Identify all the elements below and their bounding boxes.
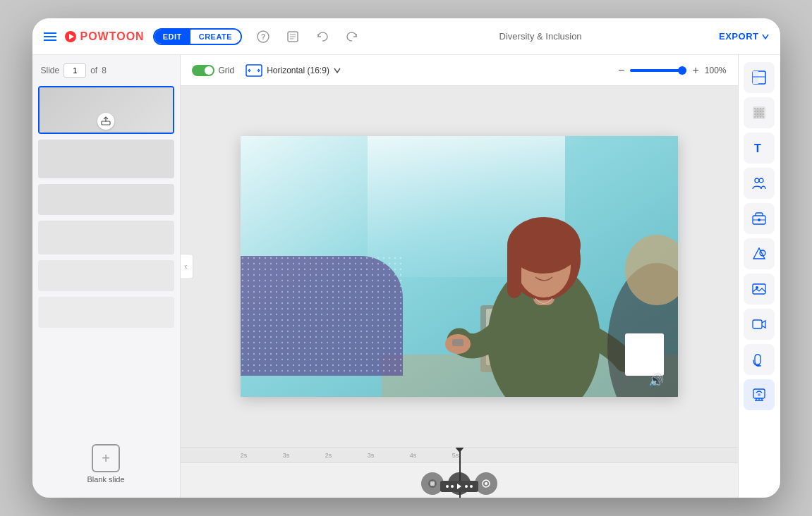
text-icon: T [751,140,767,156]
undo-button[interactable] [313,27,332,47]
text-tool-button[interactable]: T [744,133,775,164]
mode-switcher: EDIT CREATE [153,28,242,45]
zoom-slider[interactable] [630,69,686,72]
timeline-marker-3s2: 3s [350,452,392,459]
aspect-ratio-button[interactable]: Horizontal (16:9) [246,64,341,77]
grid-toggle: Grid [192,65,235,76]
svg-rect-24 [507,242,521,298]
notes-button[interactable] [283,27,303,47]
svg-point-54 [756,286,758,289]
logo-text: POWTOON [80,30,145,43]
canvas[interactable]: 🔊 [241,136,678,397]
audio-tool-button[interactable] [744,344,775,375]
shapes-tool-button[interactable] [744,238,775,269]
characters-icon [751,176,767,191]
chevron-down-icon [762,34,769,39]
header-left: POWTOON [44,30,145,44]
background-tool-button[interactable] [744,97,775,128]
slide-thumb-1[interactable] [38,86,174,134]
svg-point-50 [758,219,761,221]
svg-point-37 [485,482,487,485]
svg-rect-28 [452,339,463,346]
timeline-marker-2s2: 2s [308,452,350,459]
undo-icon [316,30,329,43]
zoom-in-button[interactable]: + [692,64,698,77]
main-content: Slide of 8 [32,55,780,498]
redo-icon [346,30,358,43]
props-icon [751,211,767,226]
blank-slide-button[interactable]: + Blank slide [38,438,174,489]
svg-point-59 [758,393,761,396]
grid-toggle-switch[interactable] [192,65,214,76]
slide-thumb-3[interactable] [38,184,174,215]
svg-rect-32 [430,481,435,486]
right-tools-panel: T [738,55,780,498]
upload-icon [97,113,114,130]
svg-point-46 [755,178,759,183]
edit-mode-button[interactable]: EDIT [154,30,190,44]
aspect-ratio-icon [246,64,262,77]
svg-text:?: ? [261,32,266,41]
center-area: Grid Horizontal (16:9) [181,55,738,498]
layout-icon [751,70,767,85]
props-tool-button[interactable] [744,203,775,234]
video-icon [751,317,767,332]
title-area: Diversity & Inclusion [370,31,710,42]
svg-point-47 [759,178,763,183]
timeline-area: 2s 3s 2s 3s 4s 5s [181,447,738,498]
timeline-marker-5s: 5s [435,452,477,459]
timeline-marker-3s: 3s [265,452,308,459]
zoom-level: 100% [705,66,727,75]
media-tool-button[interactable] [744,274,775,305]
menu-icon[interactable] [44,32,56,41]
app-window: POWTOON EDIT CREATE ? [32,18,780,498]
timeline-controls [440,481,478,492]
background-icon [751,105,767,121]
svg-rect-53 [753,284,765,294]
slide-thumb-4[interactable] [38,221,174,254]
notes-icon [286,30,299,43]
slide-thumb-2[interactable] [38,140,174,178]
layout-tool-button[interactable] [744,62,775,93]
timeline-marker-4s: 4s [392,452,435,459]
slide-number-input[interactable] [63,63,86,78]
redo-button[interactable] [342,27,362,47]
grid-label: Grid [219,66,235,75]
presentation-title: Diversity & Inclusion [499,31,582,42]
collapse-panel-button[interactable]: ‹ [181,254,193,279]
play-triangle-icon [457,484,461,489]
slide-panel: Slide of 8 [32,55,181,498]
svg-rect-44 [755,109,763,117]
effects-icon [751,387,767,403]
header-actions: ? [253,27,362,47]
blank-slide-label: Blank slide [87,475,124,484]
powtoon-logo-icon [63,30,78,44]
zoom-out-button[interactable]: − [618,64,624,77]
shape-tool-icon [428,479,437,489]
help-button[interactable]: ? [253,27,273,47]
camera-icon [481,479,491,489]
zoom-control: − + 100% [618,64,726,77]
slide-thumb-5[interactable] [38,260,174,291]
aspect-chevron-icon [334,68,341,73]
white-card [625,333,664,376]
create-mode-button[interactable]: CREATE [190,30,241,44]
question-icon: ? [257,30,269,43]
video-tool-button[interactable] [744,309,775,340]
audio-icon [751,352,767,367]
slide-of: of [90,66,97,75]
slide-thumb-6[interactable] [38,297,174,328]
canvas-toolbar: Grid Horizontal (16:9) [181,55,738,86]
slide-total: 8 [102,66,107,75]
aspect-ratio-label: Horizontal (16:9) [267,66,329,75]
add-slide-icon: + [92,444,120,472]
svg-rect-30 [241,256,403,376]
svg-rect-39 [753,71,758,84]
export-button[interactable]: EXPORT [719,31,768,42]
characters-tool-button[interactable] [744,168,775,199]
slide-header: Slide of 8 [38,63,174,80]
effects-tool-button[interactable] [744,379,775,410]
slide-label: Slide [41,66,60,75]
header: POWTOON EDIT CREATE ? [32,18,780,55]
svg-text:T: T [754,142,761,154]
